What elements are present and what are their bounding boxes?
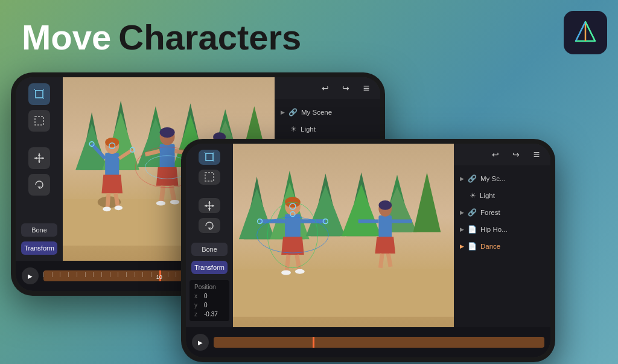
front-move-icon[interactable]: [199, 198, 220, 213]
timeline-tick: [77, 272, 85, 277]
front-scene-svg: [233, 144, 454, 317]
svg-line-49: [161, 186, 163, 202]
undo-icon[interactable]: ↩: [317, 80, 333, 96]
svg-marker-73: [212, 205, 214, 207]
pos-z-row: z -0.37: [194, 310, 225, 319]
front-panel-item-dance[interactable]: ▶ 📄 Dance: [454, 238, 550, 255]
svg-point-38: [103, 206, 110, 211]
pos-y-row: y 0: [194, 301, 225, 310]
svg-line-93: [287, 255, 288, 272]
timeline-tick: [110, 272, 118, 277]
svg-marker-71: [208, 208, 211, 211]
front-timeline-marker: [313, 337, 314, 348]
phone-back-left-toolbar: Bone Transform: [16, 77, 63, 261]
svg-marker-86: [413, 172, 441, 232]
front-play-button[interactable]: ▶: [192, 334, 209, 351]
pos-y-val: 0: [204, 302, 208, 308]
front-panel-item-forest[interactable]: ▶ 🔗 Forest: [454, 204, 550, 221]
pos-x-val: 0: [204, 293, 208, 299]
svg-marker-70: [208, 201, 211, 203]
timeline-tick: [118, 272, 126, 277]
app-icon[interactable]: [564, 11, 607, 54]
panel-item-light[interactable]: ☀ Light: [275, 121, 380, 138]
menu-icon[interactable]: ≡: [358, 80, 374, 96]
scene-item-icon: 🔗: [288, 108, 298, 117]
svg-point-106: [378, 200, 392, 210]
panel-item-scene[interactable]: ▶ 🔗 My Scene: [275, 104, 380, 121]
front-menu-icon[interactable]: ≡: [529, 147, 544, 162]
phone-front-scene: [233, 144, 454, 327]
timeline-tick: [142, 272, 151, 277]
move-arrow-icon[interactable]: [28, 147, 50, 169]
front-light-label: Light: [480, 192, 495, 199]
front-scene-expand-icon: ▶: [460, 176, 464, 182]
front-panel-item-light[interactable]: ☀ Light: [454, 187, 550, 204]
phone-back-topbar-icons: ↩ ↪ ≡: [317, 80, 374, 96]
scene-expand-icon: ▶: [281, 109, 285, 115]
svg-point-95: [281, 270, 291, 275]
transform-button[interactable]: Transform: [21, 241, 57, 255]
front-dance-label: Dance: [480, 243, 500, 250]
svg-line-94: [297, 255, 299, 270]
light-label: Light: [301, 126, 316, 133]
play-button[interactable]: ▶: [22, 267, 39, 284]
phone-front: Animation ↩ ↪ ≡: [181, 139, 555, 362]
svg-rect-87: [285, 214, 301, 238]
svg-line-36: [107, 193, 109, 208]
svg-line-2: [576, 22, 585, 41]
front-panel-item-hiphop[interactable]: ▶ 📄 Hip Ho...: [454, 221, 550, 238]
front-bone-button[interactable]: Bone: [191, 243, 228, 256]
svg-marker-12: [38, 161, 40, 163]
light-icon: ☀: [290, 125, 297, 133]
svg-marker-14: [42, 157, 44, 159]
front-select-icon[interactable]: [199, 170, 220, 185]
svg-marker-104: [375, 237, 395, 254]
front-hiphop-label: Hip Ho...: [480, 226, 508, 233]
app-logo-icon: [572, 19, 599, 46]
rotate-icon[interactable]: [28, 174, 50, 196]
front-redo-icon[interactable]: ↪: [508, 147, 524, 162]
position-fields: Position x 0 y 0 z -0.37: [190, 280, 229, 321]
front-undo-icon[interactable]: ↩: [488, 147, 503, 162]
svg-rect-67: [205, 173, 214, 181]
timeline-number: 10: [156, 274, 162, 280]
front-cube-icon[interactable]: [199, 150, 220, 165]
pos-y-axis: y: [194, 302, 202, 308]
select-icon[interactable]: [28, 110, 50, 132]
front-timeline-track[interactable]: [214, 337, 544, 348]
svg-point-46: [160, 127, 175, 138]
svg-line-5: [34, 89, 36, 91]
phone-front-topbar-icons: ↩ ↪ ≡: [488, 147, 544, 162]
front-panel-item-scene[interactable]: ▶ 🔗 My Sc...: [454, 170, 550, 187]
svg-point-51: [156, 201, 165, 206]
phone-front-right-panel: ▶ 🔗 My Sc... ☀ Light ▶ 🔗 Forest ▶ 📄 Hip …: [454, 165, 550, 327]
phone-front-screen: Animation ↩ ↪ ≡: [186, 144, 550, 357]
timeline-tick: [126, 272, 135, 277]
svg-line-3: [585, 22, 595, 41]
front-transform-button[interactable]: Transform: [191, 261, 228, 274]
svg-rect-63: [206, 153, 213, 161]
timeline-tick: [135, 272, 143, 277]
svg-marker-31: [101, 175, 123, 194]
bone-button[interactable]: Bone: [21, 223, 57, 237]
timeline-tick: [168, 272, 176, 277]
svg-point-52: [170, 200, 179, 205]
svg-line-109: [380, 254, 382, 268]
pos-z-axis: z: [194, 311, 202, 318]
play-icon: ▶: [28, 273, 33, 279]
front-hiphop-item-icon: 📄: [468, 225, 477, 234]
svg-marker-77: [239, 188, 275, 239]
cube-icon[interactable]: [28, 83, 50, 105]
timeline-tick: [93, 272, 101, 277]
front-light-icon: ☀: [470, 191, 476, 200]
phone-front-timeline: ▶: [186, 327, 550, 357]
svg-point-33: [105, 138, 119, 147]
phone-front-left-toolbar: Bone Transform Position x 0 y 0 z -0.37: [186, 144, 233, 327]
timeline-tick: [43, 272, 52, 277]
svg-marker-72: [205, 205, 207, 207]
front-rotate-icon[interactable]: [199, 218, 220, 233]
redo-icon[interactable]: ↪: [338, 80, 354, 96]
front-scene-label: My Sc...: [480, 175, 506, 182]
timeline-tick: [68, 272, 77, 277]
svg-marker-11: [38, 153, 40, 156]
